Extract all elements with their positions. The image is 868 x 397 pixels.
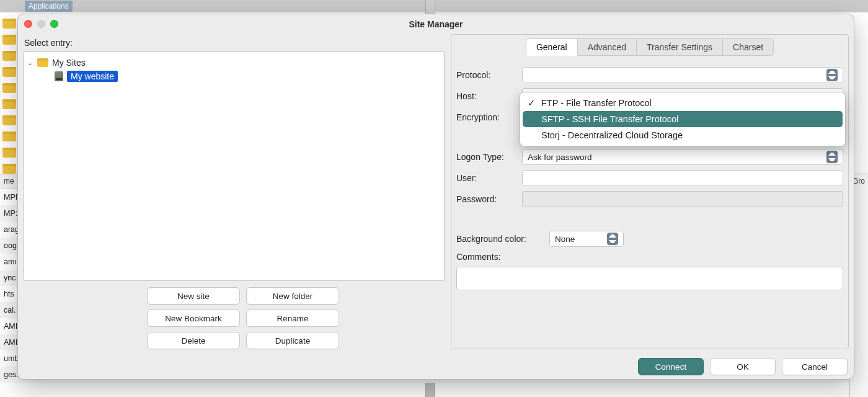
window-controls <box>24 20 58 28</box>
tab-advanced[interactable]: Advanced <box>578 38 637 56</box>
new-site-button[interactable]: New site <box>147 287 240 305</box>
protocol-option-label: Storj - Decentralized Cloud Storage <box>541 130 683 140</box>
folder-icon <box>37 58 48 67</box>
check-icon: ✓ <box>528 98 536 108</box>
logon-type-label: Logon Type: <box>456 152 516 162</box>
protocol-option[interactable]: ✓FTP - File Transfer Protocol <box>520 95 845 111</box>
password-label: Password: <box>456 194 516 204</box>
site-tree[interactable]: ⌄ My Sites My website <box>23 51 445 281</box>
comments-label: Comments: <box>456 252 516 262</box>
protocol-dropdown[interactable]: ✓FTP - File Transfer ProtocolSFTP - SSH … <box>520 92 846 146</box>
titlebar[interactable]: Site Manager <box>18 14 854 34</box>
minimize-icon[interactable] <box>37 20 45 28</box>
bg-path-tag: Applications <box>25 1 73 12</box>
right-panel: General Advanced Transfer Settings Chars… <box>451 34 849 349</box>
dialog-footer: Connect OK Cancel <box>18 354 854 379</box>
comments-textarea[interactable] <box>456 267 843 290</box>
protocol-select[interactable] <box>522 67 843 83</box>
protocol-option-label: SFTP - SSH File Transfer Protocol <box>541 114 678 124</box>
bg-color-label: Background color: <box>456 234 543 244</box>
logon-type-value: Ask for password <box>528 153 592 162</box>
stepper-icon <box>607 233 618 245</box>
general-form: Protocol: Host: Encryption: <box>456 67 843 290</box>
duplicate-button[interactable]: Duplicate <box>246 332 339 349</box>
select-entry-label: Select entry: <box>23 34 445 51</box>
delete-button[interactable]: Delete <box>147 332 240 349</box>
encryption-label: Encryption: <box>456 112 516 122</box>
site-manager-window: Site Manager Select entry: ⌄ My Sites My… <box>17 14 854 380</box>
ok-button[interactable]: OK <box>710 358 776 375</box>
connect-button[interactable]: Connect <box>638 358 704 375</box>
chevron-down-icon[interactable]: ⌄ <box>26 59 33 67</box>
tab-bar: General Advanced Transfer Settings Chars… <box>456 38 843 56</box>
protocol-label: Protocol: <box>456 70 516 80</box>
tab-transfer[interactable]: Transfer Settings <box>637 38 723 56</box>
tree-item-selected[interactable]: My website <box>26 69 441 83</box>
tree-root[interactable]: ⌄ My Sites <box>26 56 441 69</box>
bg-color-select[interactable]: None <box>549 231 624 247</box>
password-input <box>522 191 843 207</box>
logon-type-select[interactable]: Ask for password <box>522 149 843 165</box>
user-input[interactable] <box>522 170 843 186</box>
tree-item-label: My website <box>67 71 118 82</box>
rename-button[interactable]: Rename <box>246 310 339 327</box>
window-title: Site Manager <box>409 19 463 29</box>
stepper-icon <box>826 151 838 163</box>
bg-col-name: me <box>0 174 19 189</box>
left-panel: Select entry: ⌄ My Sites My website New … <box>23 34 445 349</box>
new-bookmark-button[interactable]: New Bookmark <box>147 310 240 327</box>
zoom-icon[interactable] <box>50 20 58 28</box>
bg-color-value: None <box>555 234 575 244</box>
protocol-option[interactable]: SFTP - SSH File Transfer Protocol <box>523 111 843 127</box>
close-icon[interactable] <box>24 20 32 28</box>
cancel-button[interactable]: Cancel <box>782 358 848 375</box>
host-label: Host: <box>456 91 516 101</box>
tree-root-label: My Sites <box>52 58 86 68</box>
site-actions: New site New folder New Bookmark Rename … <box>23 287 445 349</box>
user-label: User: <box>456 173 516 183</box>
protocol-option[interactable]: Storj - Decentralized Cloud Storage <box>520 127 845 143</box>
new-folder-button[interactable]: New folder <box>246 287 339 305</box>
server-icon <box>55 71 63 81</box>
tab-general[interactable]: General <box>526 38 578 56</box>
tab-charset[interactable]: Charset <box>723 38 774 56</box>
stepper-icon <box>826 69 838 81</box>
protocol-option-label: FTP - File Transfer Protocol <box>541 98 652 108</box>
